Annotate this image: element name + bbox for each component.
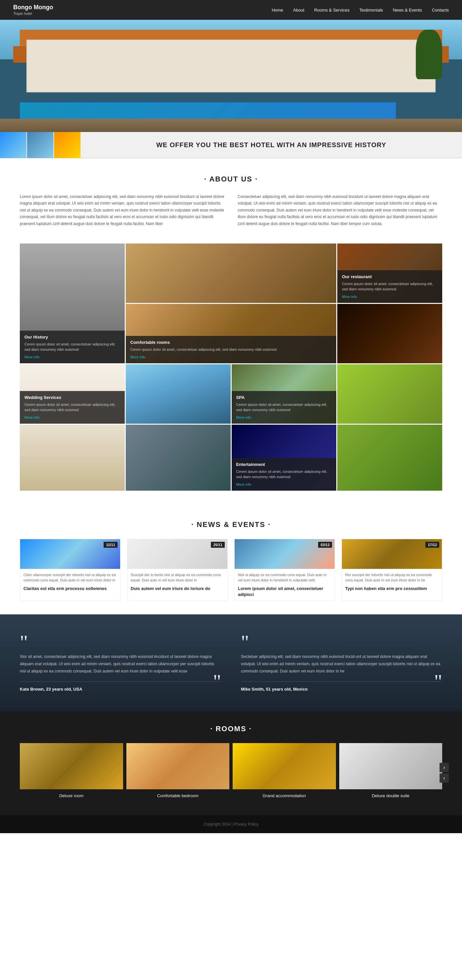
grid-rooms-overlay: Comfortable rooms Cerem ipsum dolor sit … bbox=[126, 304, 336, 363]
news-card-1: 12/11 Ction ullamcorper suscipit der lob… bbox=[20, 539, 121, 601]
grid-spa-text: Cerem ipsum dolor sit amet, consectetuer… bbox=[236, 402, 332, 413]
banner-thumb-2 bbox=[27, 132, 53, 158]
news-body-4: Rer suscipit der lobortis nisl ut aliqui… bbox=[342, 569, 442, 595]
hero-image bbox=[0, 20, 462, 132]
news-text-3: Nisl ut aliquip ex ea commodo cons equat… bbox=[238, 572, 331, 583]
room-label-3: Grand accommodation bbox=[233, 789, 336, 802]
nav-news[interactable]: News & Events bbox=[393, 8, 422, 13]
room-card-4: Deluxe double suite bbox=[339, 743, 443, 802]
testimonial-text-2: Sectetuer adipiscing elit, sed diam nonu… bbox=[241, 653, 442, 675]
grid-spa-title: SPA bbox=[236, 395, 332, 400]
news-text-1: Ction ullamcorper suscipit der lobortis … bbox=[24, 572, 117, 583]
room-card-2: Comfortable bedroom bbox=[126, 743, 230, 802]
news-text-2: Suscipit der lo bortis nisl ut aliquip e… bbox=[131, 572, 224, 583]
grid-entertainment-link[interactable]: More info bbox=[236, 482, 252, 486]
news-text-4: Rer suscipit der lobortis nisl ut aliqui… bbox=[345, 572, 438, 583]
grid-architecture bbox=[126, 364, 231, 424]
photo-grid: Our History Cerem ipsum dolor sit amet, … bbox=[20, 243, 442, 491]
grid-center-img bbox=[126, 243, 336, 303]
testimonial-1: " Xlor sit amet, consectetuer adipiscing… bbox=[20, 634, 221, 692]
testimonials-section: " Xlor sit amet, consectetuer adipiscing… bbox=[0, 614, 462, 711]
quote-open-2: " bbox=[241, 634, 442, 650]
nav-about[interactable]: About bbox=[293, 8, 304, 13]
news-headline-3: Lorem ipsum dolor sit amet, consectetuer… bbox=[238, 586, 331, 598]
rooms-grid: Deluxe room Comfortable bedroom Grand ac… bbox=[20, 743, 442, 802]
news-headline-4: Typi non haben etia erm pro cessuollem bbox=[345, 586, 438, 592]
grid-spa-overlay: SPA Cerem ipsum dolor sit amet, consecte… bbox=[232, 391, 336, 424]
room-card-3: Grand accommodation bbox=[233, 743, 336, 802]
rooms-title: ROOMS bbox=[20, 725, 442, 733]
grid-spa-link[interactable]: More info bbox=[236, 415, 252, 419]
navbar: Bongo Mongo Tropic hotel Home About Room… bbox=[0, 0, 462, 20]
grid-history-title: Our History bbox=[24, 334, 120, 339]
news-body-3: Nisl ut aliquip ex ea commodo cons equat… bbox=[235, 569, 335, 601]
news-grid: 12/11 Ction ullamcorper suscipit der lob… bbox=[20, 539, 442, 601]
grid-wedding-text: Cerem ipsum dolor sit amet, consectetuer… bbox=[24, 402, 120, 413]
room-card-1: Deluxe room bbox=[20, 743, 123, 802]
testimonial-2: " Sectetuer adipiscing elit, sed diam no… bbox=[241, 634, 442, 692]
grid-wedding-title: Wedding Services bbox=[24, 395, 120, 400]
news-card-4: 17/12 Rer suscipit der lobortis nisl ut … bbox=[341, 539, 442, 601]
about-section: ABOUT US Lorem ipsum dolor sit amet, con… bbox=[0, 158, 462, 243]
grid-history-link[interactable]: More info bbox=[24, 355, 40, 359]
banner-thumb-3 bbox=[54, 132, 81, 158]
grid-wedding-overlay: Wedding Services Cerem ipsum dolor sit a… bbox=[20, 391, 125, 424]
grid-citrus bbox=[337, 364, 442, 424]
grid-rooms-text: Comfortable rooms Cerem ipsum dolor sit … bbox=[126, 336, 336, 363]
grid-restaurant-overlay: Our restaurant Cerem ipsum dolor sit ame… bbox=[337, 270, 442, 303]
hero-tree bbox=[416, 30, 442, 79]
nav-testimonials[interactable]: Testimonials bbox=[359, 8, 383, 13]
grid-entertainment-text: Cerem ipsum dolor sit amet, consectetuer… bbox=[236, 469, 332, 480]
grid-rooms-link[interactable]: More info bbox=[131, 355, 145, 359]
grid-entertainment: Entertainment Cerem ipsum dolor sit amet… bbox=[232, 425, 336, 491]
brand-tagline: Tropic hotel bbox=[13, 11, 32, 16]
room-img-2 bbox=[126, 743, 230, 789]
grid-rooms-title: Comfortable rooms bbox=[131, 340, 332, 345]
grid-wine bbox=[337, 304, 442, 363]
nav-home[interactable]: Home bbox=[272, 8, 283, 13]
banner-thumbnails bbox=[0, 132, 81, 158]
grid-restaurant-link[interactable]: More info bbox=[342, 295, 357, 299]
news-section: NEWS & EVENTS 12/11 Ction ullamcorper su… bbox=[0, 507, 462, 614]
news-date-4: 17/12 bbox=[425, 542, 439, 548]
nav-rooms[interactable]: Rooms & Services bbox=[314, 8, 349, 13]
room-img-3 bbox=[233, 743, 336, 789]
news-headline-2: Duis autem vel eum iriure do loriure do bbox=[131, 586, 224, 592]
room-label-1: Deluxe room bbox=[20, 789, 123, 802]
grid-history: Our History Cerem ipsum dolor sit amet, … bbox=[20, 243, 125, 363]
rooms-section: ROOMS Deluxe room Comfortable bedroom Gr… bbox=[0, 711, 462, 815]
testimonial-author-2: Mike Smith, 51 years old, Mexico bbox=[241, 681, 442, 692]
footer-copyright: Copyright 2014 | Privacy Policy bbox=[204, 822, 258, 827]
room-label-4: Deluxe double suite bbox=[339, 789, 443, 802]
grid-restaurant: Our restaurant Cerem ipsum dolor sit ame… bbox=[337, 243, 442, 303]
grid-citrus-large bbox=[337, 425, 442, 491]
hero-walkway bbox=[0, 119, 462, 132]
grid-wedding-link[interactable]: More info bbox=[24, 415, 40, 419]
news-card-3: 03/12 Nisl ut aliquip ex ea commodo cons… bbox=[234, 539, 335, 601]
about-col-1: Lorem ipsum dolor sit amet, consectetuer… bbox=[20, 193, 225, 227]
nav-contacts[interactable]: Contacts bbox=[432, 8, 449, 13]
grid-rooms-desc: Cerem ipsum dolor sit amet, consectetuer… bbox=[131, 347, 332, 352]
news-card-2: 25/11 Suscipit der lo bortis nisl ut ali… bbox=[127, 539, 228, 601]
grid-history-overlay: Our History Cerem ipsum dolor sit amet, … bbox=[20, 331, 125, 363]
grid-restaurant-title: Our restaurant bbox=[342, 274, 438, 279]
rooms-navigation: › ‹ bbox=[440, 763, 449, 783]
about-col-2: Consectetuer adipiscing elit, sed diam n… bbox=[237, 193, 442, 227]
brand-name: Bongo Mongo bbox=[13, 4, 53, 11]
brand: Bongo Mongo Tropic hotel bbox=[13, 4, 53, 16]
grid-entertainment-title: Entertainment bbox=[236, 462, 332, 467]
about-columns: Lorem ipsum dolor sit amet, consectetuer… bbox=[20, 193, 442, 227]
footer: Copyright 2014 | Privacy Policy bbox=[0, 815, 462, 833]
news-title: NEWS & EVENTS bbox=[20, 520, 442, 529]
room-img-4 bbox=[339, 743, 443, 789]
news-img-3: 03/12 bbox=[235, 539, 335, 569]
grid-spa: SPA Cerem ipsum dolor sit amet, consecte… bbox=[232, 364, 336, 424]
rooms-nav-down[interactable]: ‹ bbox=[440, 773, 449, 783]
testimonial-text-1: Xlor sit amet, consectetuer adipiscing e… bbox=[20, 653, 221, 675]
news-date-3: 03/12 bbox=[318, 542, 332, 548]
news-date-2: 25/11 bbox=[211, 542, 225, 548]
rooms-nav-up[interactable]: › bbox=[440, 763, 449, 772]
testimonial-author-1: Kate Brown, 23 years old, USA bbox=[20, 681, 221, 692]
about-title: ABOUT US bbox=[20, 175, 442, 183]
grid-history-text: Cerem ipsum dolor sit amet, consectetuer… bbox=[24, 342, 120, 352]
